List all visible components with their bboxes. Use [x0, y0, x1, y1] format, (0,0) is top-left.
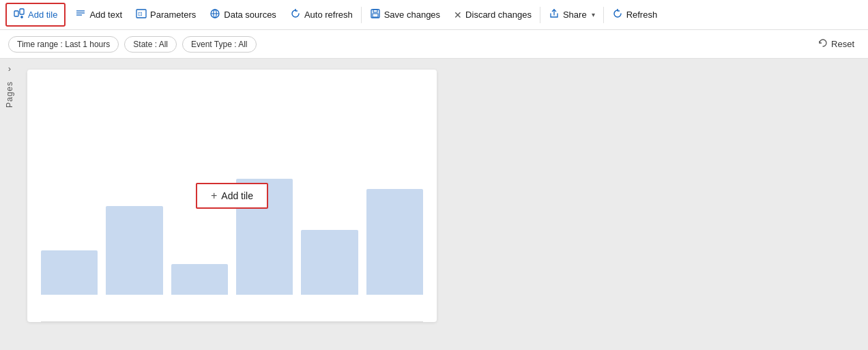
chart-container	[41, 131, 423, 295]
discard-changes-label: Discard changes	[465, 10, 532, 20]
save-icon	[370, 8, 381, 21]
share-button[interactable]: Share ▾	[542, 4, 602, 25]
auto-refresh-button[interactable]: Auto refresh	[283, 4, 360, 25]
reset-label: Reset	[831, 39, 854, 49]
add-tile-overlay-button[interactable]: + Add tile	[196, 183, 268, 209]
separator-3	[603, 7, 604, 23]
add-tile-icon	[14, 8, 25, 21]
chart-bar	[301, 230, 358, 295]
canvas-area: + Add tile	[19, 59, 453, 350]
time-range-filter[interactable]: Time range : Last 1 hours	[8, 36, 119, 53]
chart-bar	[366, 189, 423, 295]
time-range-label: Time range : Last 1 hours	[17, 40, 110, 49]
add-tile-button[interactable]: Add tile	[5, 3, 66, 27]
svg-rect-1	[20, 9, 24, 14]
event-type-filter[interactable]: Event Type : All	[182, 36, 257, 53]
chart-axis	[41, 321, 423, 322]
refresh-icon	[612, 8, 623, 21]
save-changes-button[interactable]: Save changes	[363, 4, 447, 25]
reset-button[interactable]: Reset	[813, 35, 860, 53]
auto-refresh-icon	[290, 8, 301, 21]
filter-bar: Time range : Last 1 hours State : All Ev…	[0, 30, 868, 59]
add-text-button[interactable]: Add text	[68, 4, 129, 25]
add-text-icon	[75, 8, 86, 21]
refresh-label: Refresh	[626, 10, 658, 20]
chart-bar	[41, 250, 98, 295]
plus-icon: +	[211, 190, 217, 202]
pages-chevron-icon: ›	[8, 64, 11, 73]
separator-1	[361, 7, 362, 23]
chart-bar	[171, 264, 228, 295]
parameters-icon: ⊡	[136, 8, 147, 21]
event-type-label: Event Type : All	[191, 40, 248, 49]
share-label: Share	[563, 10, 587, 20]
toolbar: Add tile Add text ⊡ Parameters	[0, 0, 868, 30]
parameters-label: Parameters	[150, 10, 196, 20]
state-label: State : All	[133, 40, 168, 49]
refresh-button[interactable]: Refresh	[605, 4, 665, 25]
reset-icon	[818, 38, 828, 50]
data-sources-label: Data sources	[224, 10, 276, 20]
share-icon	[549, 8, 560, 21]
main-area: › Pages + Add tile	[0, 59, 868, 350]
add-text-label: Add text	[89, 10, 122, 20]
state-filter[interactable]: State : All	[124, 36, 177, 53]
discard-icon: ✕	[454, 10, 462, 20]
pages-label: Pages	[5, 81, 14, 108]
right-area	[453, 59, 868, 350]
separator-2	[540, 7, 540, 23]
pages-sidebar[interactable]: › Pages	[0, 59, 19, 350]
add-tile-label: Add tile	[28, 10, 57, 20]
svg-rect-0	[14, 11, 18, 16]
discard-changes-button[interactable]: ✕ Discard changes	[447, 5, 538, 25]
auto-refresh-label: Auto refresh	[304, 10, 353, 20]
dashboard-card: + Add tile	[27, 70, 437, 322]
parameters-button[interactable]: ⊡ Parameters	[129, 4, 203, 25]
add-tile-overlay-label: Add tile	[221, 190, 253, 201]
chart-bar	[106, 206, 162, 295]
svg-text:⊡: ⊡	[138, 11, 143, 17]
save-changes-label: Save changes	[384, 10, 440, 20]
svg-rect-13	[373, 14, 378, 17]
share-dropdown-icon: ▾	[592, 11, 595, 18]
data-sources-button[interactable]: Data sources	[203, 4, 283, 25]
data-sources-icon	[209, 8, 220, 21]
